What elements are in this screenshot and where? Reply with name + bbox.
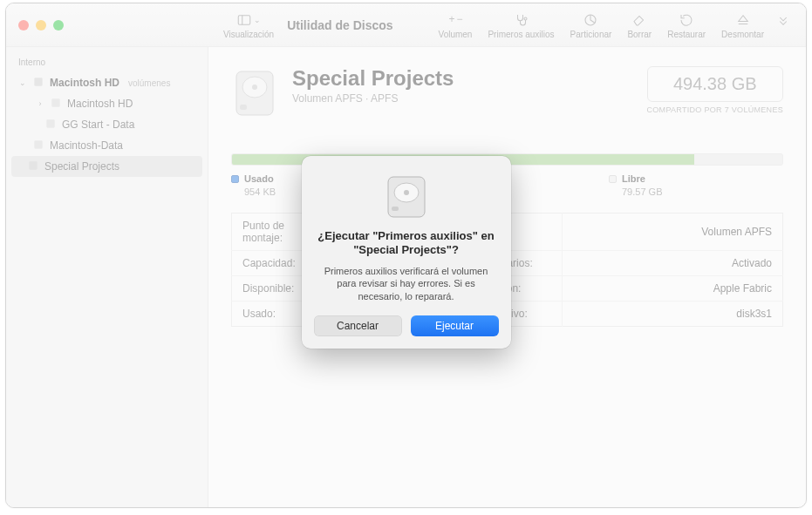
svg-rect-21 [392,207,399,211]
svg-point-20 [404,190,409,195]
disk-utility-window: ⌄ Visualización Utilidad de Discos +− Vo… [5,3,807,508]
dialog-body: Primeros auxilios verificará el volumen … [314,265,499,304]
dialog-heading: ¿Ejecutar "Primeros auxilios" en "Specia… [314,229,499,258]
run-button[interactable]: Ejecutar [411,315,499,336]
first-aid-dialog: ¿Ejecutar "Primeros auxilios" en "Specia… [302,156,511,349]
dialog-disk-icon [314,172,499,222]
cancel-button[interactable]: Cancelar [314,315,402,336]
